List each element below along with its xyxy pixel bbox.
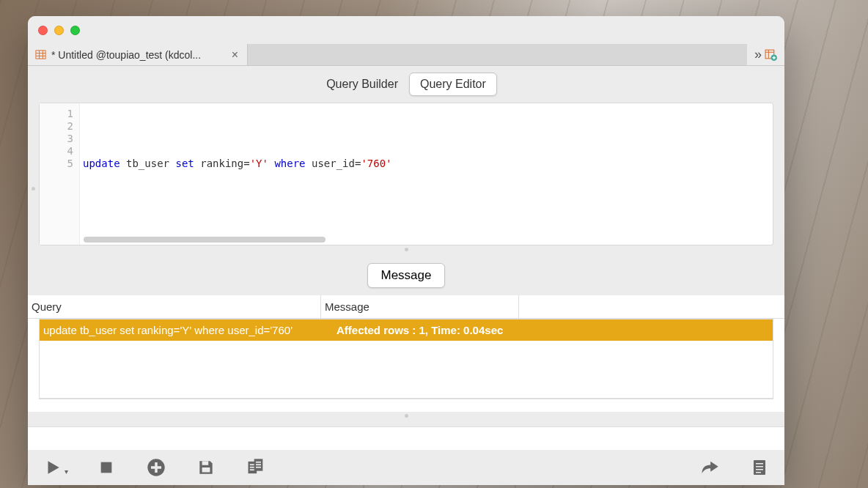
svg-rect-22 <box>256 462 261 463</box>
svg-rect-14 <box>151 466 161 469</box>
query-builder-tab[interactable]: Query Builder <box>315 73 409 96</box>
svg-rect-23 <box>256 464 261 465</box>
handle-dot-icon <box>32 187 35 191</box>
table-icon <box>35 49 46 60</box>
plus-circle-icon <box>146 457 166 478</box>
play-icon <box>43 458 62 477</box>
result-cell-message: Affected rows : 1, Time: 0.04sec <box>333 319 773 341</box>
more-tabs-icon[interactable]: » <box>754 47 759 62</box>
svg-rect-24 <box>256 467 261 468</box>
editor-left-handle[interactable] <box>28 117 39 260</box>
close-window-button[interactable] <box>38 26 48 35</box>
app-window: * Untitled @toupiao_test (kdcol... × » Q… <box>28 16 784 485</box>
result-footer <box>39 399 773 412</box>
result-empty-area <box>40 341 773 398</box>
document-button[interactable] <box>748 456 771 479</box>
tab-title: * Untitled @toupiao_test (kdcol... <box>51 49 225 61</box>
share-arrow-icon <box>699 457 720 478</box>
line-number: 1 <box>40 108 73 120</box>
svg-rect-0 <box>36 51 45 59</box>
document-icon <box>751 457 768 478</box>
minimize-window-button[interactable] <box>54 26 64 35</box>
column-header-query[interactable]: Query <box>28 295 321 318</box>
titlebar <box>28 16 784 44</box>
code-line <box>83 145 770 158</box>
result-header-row: Query Message <box>28 295 784 319</box>
result-body: update tb_user set ranking='Y' where use… <box>39 319 773 399</box>
copy-button[interactable] <box>244 456 268 479</box>
code-line-5: update tb_user set ranking='Y' where use… <box>83 158 770 170</box>
code-line <box>83 120 770 133</box>
document-tab[interactable]: * Untitled @toupiao_test (kdcol... × <box>28 44 248 65</box>
stop-icon <box>98 459 114 476</box>
message-tab[interactable]: Message <box>367 263 446 288</box>
document-tab-strip: * Untitled @toupiao_test (kdcol... × » <box>28 44 784 66</box>
result-mode-switch: Message <box>28 253 784 295</box>
line-number: 4 <box>40 145 73 158</box>
close-tab-icon[interactable]: × <box>230 48 240 62</box>
dropdown-caret-icon: ▾ <box>65 467 68 476</box>
result-cell-query: update tb_user set ranking='Y' where use… <box>40 319 333 341</box>
mode-switch: Query Builder Query Editor <box>28 66 784 103</box>
new-tab-icon[interactable] <box>765 48 777 61</box>
line-number-gutter: 1 2 3 4 5 <box>40 103 80 245</box>
pane-divider-2[interactable] <box>28 412 784 419</box>
copy-doc-icon <box>246 457 266 478</box>
svg-rect-11 <box>101 462 112 473</box>
handle-dot-icon <box>405 414 408 418</box>
pane-divider[interactable] <box>28 245 784 253</box>
svg-rect-16 <box>202 467 210 473</box>
column-header-empty <box>519 295 784 318</box>
stop-button[interactable] <box>95 456 118 479</box>
svg-rect-28 <box>756 469 763 470</box>
line-number: 5 <box>40 158 73 170</box>
tab-strip-actions: » <box>747 44 784 65</box>
svg-rect-27 <box>756 466 763 467</box>
horizontal-scrollbar[interactable] <box>84 237 326 243</box>
svg-rect-15 <box>202 461 209 465</box>
bottom-toolbar: ▾ <box>28 450 784 485</box>
code-line <box>83 133 770 145</box>
code-text-area[interactable]: update tb_user set ranking='Y' where use… <box>80 103 773 245</box>
handle-dot-icon <box>405 248 408 251</box>
save-icon <box>196 458 216 477</box>
result-row[interactable]: update tb_user set ranking='Y' where use… <box>40 319 773 341</box>
tab-strip-spacer <box>248 44 747 65</box>
column-header-message[interactable]: Message <box>321 295 519 318</box>
share-button[interactable] <box>698 456 721 479</box>
result-pane: Query Message update tb_user set ranking… <box>28 295 784 412</box>
save-button[interactable] <box>194 456 218 479</box>
line-number: 2 <box>40 120 73 133</box>
sql-editor[interactable]: 1 2 3 4 5 update tb_user set ranking='Y'… <box>39 103 773 245</box>
add-button[interactable] <box>144 456 168 479</box>
line-number: 3 <box>40 133 73 145</box>
svg-rect-29 <box>756 472 761 473</box>
code-line <box>83 108 770 120</box>
run-button[interactable]: ▾ <box>41 456 68 479</box>
query-editor-tab[interactable]: Query Editor <box>409 73 497 96</box>
svg-rect-26 <box>756 463 763 465</box>
maximize-window-button[interactable] <box>70 26 80 35</box>
